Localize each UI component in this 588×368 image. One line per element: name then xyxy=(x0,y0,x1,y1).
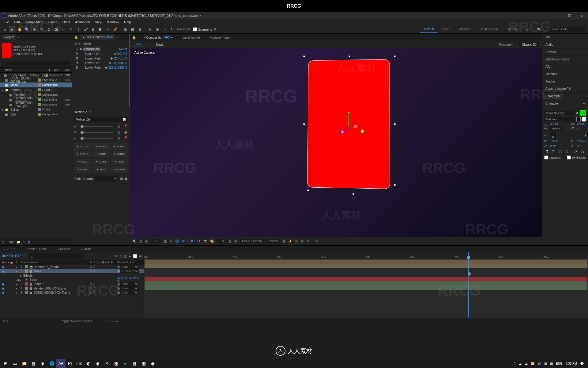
timeline-tab-mask[interactable]: ▪ Mask xyxy=(79,247,93,251)
tl-graph-icon[interactable]: 📊 xyxy=(133,254,137,258)
pickwhip-icon[interactable]: ⊚ xyxy=(117,265,120,269)
alpha-icon[interactable]: ▦ xyxy=(139,240,142,243)
region-icon[interactable]: ⊞ xyxy=(170,240,172,243)
parent-dropdown[interactable]: None xyxy=(120,286,139,290)
world-axis-icon[interactable]: ⊞ xyxy=(130,26,136,33)
stopwatch-icon[interactable]: ⏱ xyxy=(75,66,79,69)
orbit-tool[interactable]: ⊕ xyxy=(31,26,37,33)
col-type[interactable]: Type xyxy=(52,68,64,71)
panel-menu-icon[interactable]: ≡ xyxy=(116,36,118,39)
rotation-tool[interactable]: ↻ xyxy=(39,26,45,33)
motion-rope-button[interactable]: ✦ ROPE xyxy=(111,159,128,165)
tl-source-header[interactable]: Source Name xyxy=(21,261,90,264)
roto-tool[interactable]: ✧ xyxy=(105,26,111,33)
project-item[interactable]: ▦C0583_[00000-00249].pngPNG Seq..e586 xyxy=(0,78,72,82)
home-tool[interactable]: ⌂ xyxy=(2,26,8,33)
timeline-tab-renderqueue[interactable]: Render Queue xyxy=(24,247,49,251)
col-name[interactable]: Name xyxy=(2,68,48,71)
motion-merge-button[interactable]: ✦ MERGE xyxy=(111,151,128,157)
leading-value[interactable]: 276 px xyxy=(577,122,586,125)
stopwatch-icon[interactable]: ⏱ xyxy=(25,278,29,282)
stopwatch-icon[interactable]: ⏱ xyxy=(75,61,79,65)
layer-visibility-icon[interactable]: ◉ xyxy=(2,291,6,294)
app-icon[interactable]: ▦ xyxy=(111,359,121,368)
baseline-value[interactable]: 0 px xyxy=(550,144,560,148)
tray-onedrive-icon[interactable]: ☁ xyxy=(525,362,528,365)
motion-slider-2[interactable] xyxy=(81,132,113,133)
app-icon[interactable]: ▦ xyxy=(29,359,38,368)
tsume-value[interactable]: 0 % xyxy=(577,144,586,148)
local-axis-icon[interactable]: ⊞ xyxy=(122,26,128,33)
res-icon[interactable]: ▦ xyxy=(164,240,167,243)
taskview-icon[interactable]: ▭ xyxy=(10,359,20,368)
panel-libraries[interactable]: Libraries xyxy=(542,71,588,78)
tray-weather-icon[interactable]: ☁ xyxy=(518,362,522,365)
panel-menu-icon[interactable]: ≡ xyxy=(17,36,19,39)
workspace-small[interactable]: Small Screen xyxy=(476,26,502,32)
workspace-learn[interactable]: Learn xyxy=(438,26,454,32)
zoom-slider[interactable]: ━○━━━━━ ▲ xyxy=(104,320,119,323)
app-icon[interactable]: ◐ xyxy=(84,359,93,368)
zoom-dropdown[interactable]: 50% xyxy=(151,239,161,243)
selection-handle[interactable] xyxy=(303,56,305,57)
close-button[interactable]: ✕ xyxy=(576,12,588,19)
eraser-tool[interactable]: ◧ xyxy=(97,26,104,33)
resolution-dropdown[interactable]: Full xyxy=(217,239,225,243)
project-item[interactable]: ▦MaskComposition xyxy=(0,82,72,87)
panel-effects-presets[interactable]: Effects & Presets xyxy=(542,56,588,63)
tl-frameblend-icon[interactable]: ◫ xyxy=(124,254,127,258)
magnify-icon[interactable]: 🔍 xyxy=(133,240,136,243)
grid-icon[interactable]: ▦ xyxy=(228,240,231,243)
workspace-more-icon[interactable]: » xyxy=(522,26,533,32)
app-icon[interactable]: ◉ xyxy=(93,359,102,368)
search-help-input[interactable]: Search Help xyxy=(548,27,585,32)
selection-handle[interactable] xyxy=(394,123,396,125)
motion-slider3-icon[interactable]: ▸ xyxy=(74,136,78,140)
project-item[interactable]: ▦VFXComposition xyxy=(0,112,72,117)
camera-dropdown[interactable]: Active Camera xyxy=(240,239,264,243)
menu-effect[interactable]: Effect xyxy=(59,20,73,24)
tray-time[interactable]: 4:32 PM xyxy=(566,362,577,365)
subtab-back-icon[interactable]: ‹ xyxy=(146,42,152,47)
tray-language[interactable]: ENG xyxy=(556,362,563,365)
timeline-layer[interactable]: ◉▸5▦C0583_[00000-00249].png⊕ ╱⊚None xyxy=(0,290,144,295)
font-dropdown[interactable]: Avenir Next Cyr xyxy=(544,111,574,115)
panel-character[interactable]: Character≡ xyxy=(542,100,588,107)
timeline-search-input[interactable] xyxy=(29,253,84,259)
snap-full-icon[interactable]: ↻ xyxy=(169,26,175,33)
brush-tool[interactable]: 🖌 xyxy=(83,26,89,33)
layer-expand-icon[interactable]: ▸ xyxy=(16,291,19,294)
timeline-timecode[interactable]: 00:00:07:11 xyxy=(2,254,26,258)
bpc-toggle[interactable]: 8 bpc xyxy=(7,240,14,244)
project-item[interactable]: ▦Render[0000-0249].pngPNG Seq..e826 xyxy=(0,102,72,107)
timeline-tab-render[interactable]: ▪ Render xyxy=(55,247,72,251)
task-launch-dropdown[interactable] xyxy=(95,176,118,182)
y-axis-icon[interactable] xyxy=(349,112,349,127)
keyframe-nav-icon[interactable]: ◂◆▸ xyxy=(16,278,25,282)
font-size-value[interactable]: 3.6 px xyxy=(550,122,560,125)
snap-edge-icon[interactable]: ○ xyxy=(162,26,168,33)
col-label-icon[interactable]: ◆ xyxy=(48,68,52,71)
parent-dropdown[interactable]: None xyxy=(120,265,139,269)
selection-handle[interactable] xyxy=(307,190,309,191)
tray-up-icon[interactable]: ^ xyxy=(514,362,515,365)
font-style-dropdown[interactable]: Bold Italic xyxy=(544,117,575,121)
composition-tab[interactable]: ▪ Composition VFX ≡ xyxy=(142,35,175,40)
timeline-scale-row[interactable]: ◂◆▸⏱Scale42.4, 42.4, 42.4 % xyxy=(0,278,144,282)
allcaps-toggle[interactable]: TT xyxy=(557,149,563,154)
layer-expand-icon[interactable]: ▸ xyxy=(16,287,19,290)
smallcaps-toggle[interactable]: Tᴛ xyxy=(565,149,571,154)
stroke-dropdown[interactable]: - px xyxy=(550,132,556,139)
panel-align[interactable]: Align xyxy=(542,63,588,71)
menu-file[interactable]: File xyxy=(1,20,12,24)
layer-expand-icon[interactable]: ▸ xyxy=(16,282,19,286)
app-icon[interactable]: ▦ xyxy=(139,359,148,368)
layer-bar[interactable] xyxy=(145,286,587,290)
motion-slider-2-val[interactable]: 0 xyxy=(116,131,122,134)
pixel-aspect-icon[interactable]: ▦ xyxy=(283,240,285,243)
mask-icon[interactable]: ◐ xyxy=(145,240,148,243)
motion-excite-button[interactable]: ✦ EXCITE xyxy=(74,143,91,150)
lrc-icon[interactable]: Lrc xyxy=(75,359,84,368)
exposure-value[interactable]: +0.0 xyxy=(312,240,318,243)
panel-audio[interactable]: Audio xyxy=(542,41,588,48)
